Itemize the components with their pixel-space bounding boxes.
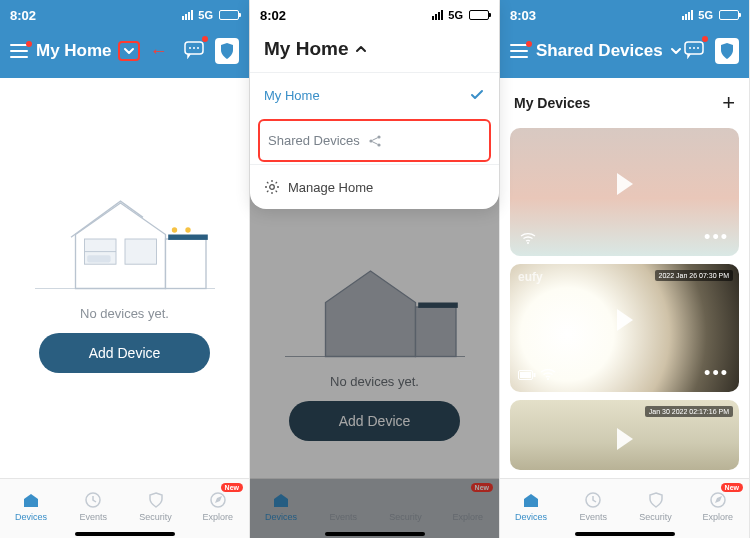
play-icon[interactable]	[617, 173, 633, 195]
section-header: My Devices +	[500, 78, 749, 128]
messages-button[interactable]	[683, 39, 705, 63]
play-icon[interactable]	[617, 428, 633, 450]
share-icon	[368, 134, 382, 148]
play-icon[interactable]	[617, 309, 633, 331]
tab-events[interactable]: Events	[62, 479, 124, 532]
status-time: 8:03	[510, 8, 536, 23]
tab-security[interactable]: Security	[125, 479, 187, 532]
tab-security[interactable]: Security	[625, 479, 687, 532]
app-header: Shared Devices	[500, 30, 749, 78]
tab-explore[interactable]: Explore New	[187, 479, 249, 532]
svg-point-29	[689, 47, 691, 49]
home-dropdown-chevron-highlight	[118, 41, 140, 61]
security-icon	[146, 490, 166, 510]
menu-item-manage-home[interactable]: Manage Home	[250, 164, 499, 209]
tab-label: Explore	[703, 512, 734, 522]
svg-point-5	[193, 47, 195, 49]
svg-rect-36	[534, 373, 536, 377]
annotation-arrow-icon: ←	[150, 41, 168, 62]
menu-button[interactable]	[510, 43, 530, 59]
tab-bar: Devices Events Security Explore New	[500, 478, 749, 538]
signal-icon	[682, 10, 693, 20]
messages-button[interactable]	[183, 39, 205, 63]
tab-events[interactable]: Events	[562, 479, 624, 532]
tab-label: Events	[580, 512, 608, 522]
tab-explore[interactable]: Explore New	[687, 479, 749, 532]
svg-point-33	[547, 378, 549, 380]
battery-icon	[518, 366, 536, 384]
signal-icon	[182, 10, 193, 20]
tab-label: Events	[80, 512, 108, 522]
notification-dot-icon	[526, 41, 532, 47]
shared-devices-title[interactable]: Shared Devices	[536, 41, 663, 61]
device-card[interactable]: eufy 2022 Jan 26 07:30 PM •••	[510, 264, 739, 392]
svg-point-6	[197, 47, 199, 49]
chevron-up-icon[interactable]	[354, 42, 368, 56]
device-card[interactable]: Jan 30 2022 02:17:16 PM	[510, 400, 739, 470]
house-illustration-icon	[35, 184, 215, 294]
network-label: 5G	[698, 9, 713, 21]
svg-point-13	[171, 227, 176, 232]
status-time: 8:02	[10, 8, 36, 23]
tab-devices[interactable]: Devices	[0, 479, 62, 532]
timestamp-label: Jan 30 2022 02:17:16 PM	[645, 406, 733, 417]
svg-rect-12	[125, 239, 157, 264]
battery-icon	[469, 10, 489, 20]
svg-point-32	[527, 242, 529, 244]
screen-shared-devices: 8:03 5G Shared Devices My	[500, 0, 750, 538]
empty-state: No devices yet. Add Device	[0, 78, 249, 478]
svg-rect-15	[87, 255, 110, 262]
devices-icon	[521, 490, 541, 510]
menu-item-label: Manage Home	[288, 180, 373, 195]
new-badge: New	[721, 483, 743, 492]
status-right: 5G	[432, 9, 489, 21]
security-mode-button[interactable]	[215, 38, 239, 64]
chevron-down-icon[interactable]	[122, 44, 136, 58]
svg-rect-35	[520, 372, 531, 378]
events-icon	[83, 490, 103, 510]
more-icon[interactable]: •••	[704, 227, 729, 248]
explore-icon	[208, 490, 228, 510]
chevron-down-icon[interactable]	[669, 44, 683, 58]
tab-bar: Devices Events Security Explore New	[0, 478, 249, 538]
tab-label: Devices	[515, 512, 547, 522]
notification-dot-icon	[702, 36, 708, 42]
network-label: 5G	[198, 9, 213, 21]
status-right: 5G	[682, 9, 739, 21]
battery-icon	[219, 10, 239, 20]
devices-icon	[21, 490, 41, 510]
menu-item-label: Shared Devices	[268, 133, 360, 148]
menu-button[interactable]	[10, 43, 30, 59]
home-title[interactable]: My Home	[36, 41, 112, 61]
tab-label: Devices	[15, 512, 47, 522]
tab-devices[interactable]: Devices	[500, 479, 562, 532]
svg-point-14	[185, 227, 190, 232]
menu-item-label: My Home	[264, 88, 320, 103]
device-card[interactable]: •••	[510, 128, 739, 256]
battery-icon	[719, 10, 739, 20]
status-right: 5G	[182, 9, 239, 21]
menu-item-shared-devices[interactable]: Shared Devices	[260, 121, 489, 160]
gear-icon	[264, 179, 280, 195]
status-time: 8:02	[260, 8, 286, 23]
add-button[interactable]: +	[722, 90, 735, 116]
home-dropdown-panel: 8:02 5G My Home My Home Shared Devices	[250, 0, 499, 209]
empty-text: No devices yet.	[80, 306, 169, 321]
svg-point-4	[189, 47, 191, 49]
menu-item-my-home[interactable]: My Home	[250, 72, 499, 117]
security-mode-button[interactable]	[715, 38, 739, 64]
status-bar: 8:03 5G	[500, 0, 749, 30]
notification-dot-icon	[26, 41, 32, 47]
network-label: 5G	[448, 9, 463, 21]
events-icon	[583, 490, 603, 510]
shared-devices-highlight: Shared Devices	[258, 119, 491, 162]
add-device-button[interactable]: Add Device	[39, 333, 211, 373]
app-header: My Home ←	[0, 30, 249, 78]
more-icon[interactable]: •••	[704, 363, 729, 384]
explore-icon	[708, 490, 728, 510]
panel-title[interactable]: My Home	[264, 38, 348, 60]
svg-point-31	[697, 47, 699, 49]
tab-label: Security	[139, 512, 172, 522]
new-badge: New	[221, 483, 243, 492]
camera-brand: eufy	[518, 270, 543, 284]
